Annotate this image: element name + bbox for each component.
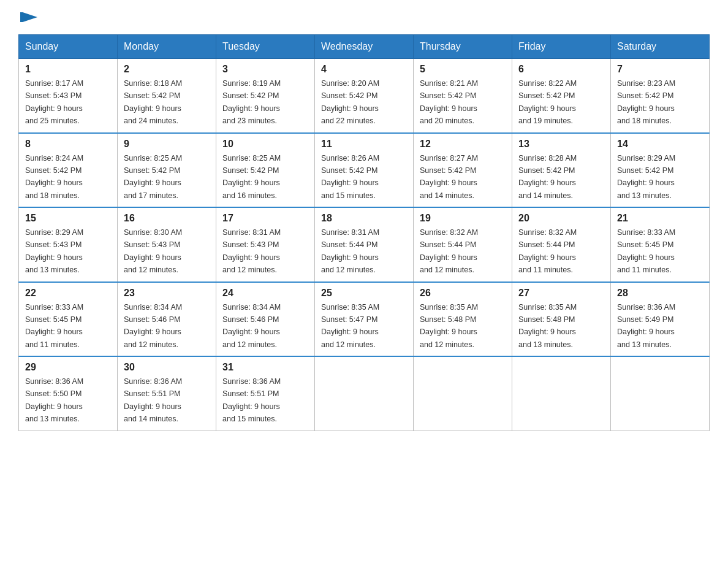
calendar-cell: 2 Sunrise: 8:18 AMSunset: 5:42 PMDayligh… xyxy=(118,59,216,133)
calendar-cell: 10 Sunrise: 8:25 AMSunset: 5:42 PMDaylig… xyxy=(216,133,315,208)
day-info: Sunrise: 8:20 AMSunset: 5:42 PMDaylight:… xyxy=(321,79,379,125)
day-info: Sunrise: 8:35 AMSunset: 5:48 PMDaylight:… xyxy=(420,303,478,349)
day-number: 5 xyxy=(420,64,506,75)
day-number: 3 xyxy=(222,64,308,75)
day-number: 16 xyxy=(124,213,210,224)
calendar-cell: 20 Sunrise: 8:32 AMSunset: 5:44 PMDaylig… xyxy=(512,207,611,282)
calendar-week-row: 29 Sunrise: 8:36 AMSunset: 5:50 PMDaylig… xyxy=(19,356,710,431)
day-number: 29 xyxy=(25,362,111,373)
day-number: 19 xyxy=(420,213,506,224)
day-number: 17 xyxy=(222,213,308,224)
logo xyxy=(18,12,37,23)
calendar-cell: 27 Sunrise: 8:35 AMSunset: 5:48 PMDaylig… xyxy=(512,282,611,357)
calendar-cell: 12 Sunrise: 8:27 AMSunset: 5:42 PMDaylig… xyxy=(414,133,512,208)
calendar-cell: 26 Sunrise: 8:35 AMSunset: 5:48 PMDaylig… xyxy=(414,282,512,357)
calendar-cell: 9 Sunrise: 8:25 AMSunset: 5:42 PMDayligh… xyxy=(118,133,216,208)
day-number: 7 xyxy=(617,64,703,75)
calendar-cell: 28 Sunrise: 8:36 AMSunset: 5:49 PMDaylig… xyxy=(611,282,710,357)
weekday-header-thursday: Thursday xyxy=(414,35,512,59)
day-number: 15 xyxy=(25,213,111,224)
day-info: Sunrise: 8:18 AMSunset: 5:42 PMDaylight:… xyxy=(124,79,182,125)
day-number: 8 xyxy=(25,139,111,150)
day-info: Sunrise: 8:28 AMSunset: 5:42 PMDaylight:… xyxy=(518,154,577,200)
calendar-week-row: 22 Sunrise: 8:33 AMSunset: 5:45 PMDaylig… xyxy=(19,282,710,357)
day-info: Sunrise: 8:33 AMSunset: 5:45 PMDaylight:… xyxy=(617,228,675,274)
calendar-cell: 8 Sunrise: 8:24 AMSunset: 5:42 PMDayligh… xyxy=(19,133,118,208)
day-info: Sunrise: 8:24 AMSunset: 5:42 PMDaylight:… xyxy=(25,154,83,200)
calendar-cell: 13 Sunrise: 8:28 AMSunset: 5:42 PMDaylig… xyxy=(512,133,611,208)
calendar-cell: 25 Sunrise: 8:35 AMSunset: 5:47 PMDaylig… xyxy=(315,282,414,357)
weekday-header-monday: Monday xyxy=(118,35,216,59)
calendar-cell: 3 Sunrise: 8:19 AMSunset: 5:42 PMDayligh… xyxy=(216,59,315,133)
calendar-cell: 4 Sunrise: 8:20 AMSunset: 5:42 PMDayligh… xyxy=(315,59,414,133)
day-info: Sunrise: 8:21 AMSunset: 5:42 PMDaylight:… xyxy=(420,79,478,125)
day-number: 20 xyxy=(518,213,604,224)
calendar-cell xyxy=(414,356,512,431)
weekday-header-friday: Friday xyxy=(512,35,611,59)
calendar-table: SundayMondayTuesdayWednesdayThursdayFrid… xyxy=(18,34,710,431)
day-number: 1 xyxy=(25,64,111,75)
day-number: 25 xyxy=(321,288,407,299)
day-number: 30 xyxy=(124,362,210,373)
day-info: Sunrise: 8:27 AMSunset: 5:42 PMDaylight:… xyxy=(420,154,478,200)
calendar-cell: 5 Sunrise: 8:21 AMSunset: 5:42 PMDayligh… xyxy=(414,59,512,133)
weekday-header-wednesday: Wednesday xyxy=(315,35,414,59)
day-info: Sunrise: 8:17 AMSunset: 5:43 PMDaylight:… xyxy=(25,79,83,125)
calendar-cell: 16 Sunrise: 8:30 AMSunset: 5:43 PMDaylig… xyxy=(118,207,216,282)
day-number: 14 xyxy=(617,139,703,150)
day-info: Sunrise: 8:25 AMSunset: 5:42 PMDaylight:… xyxy=(222,154,281,200)
day-number: 31 xyxy=(222,362,308,373)
calendar-cell: 15 Sunrise: 8:29 AMSunset: 5:43 PMDaylig… xyxy=(19,207,118,282)
day-number: 11 xyxy=(321,139,407,150)
day-info: Sunrise: 8:34 AMSunset: 5:46 PMDaylight:… xyxy=(222,303,281,349)
svg-marker-1 xyxy=(20,12,23,22)
day-info: Sunrise: 8:22 AMSunset: 5:42 PMDaylight:… xyxy=(518,79,577,125)
day-number: 23 xyxy=(124,288,210,299)
day-info: Sunrise: 8:36 AMSunset: 5:51 PMDaylight:… xyxy=(124,377,182,423)
day-number: 12 xyxy=(420,139,506,150)
day-info: Sunrise: 8:33 AMSunset: 5:45 PMDaylight:… xyxy=(25,303,83,349)
day-info: Sunrise: 8:36 AMSunset: 5:49 PMDaylight:… xyxy=(617,303,675,349)
calendar-cell: 19 Sunrise: 8:32 AMSunset: 5:44 PMDaylig… xyxy=(414,207,512,282)
day-info: Sunrise: 8:36 AMSunset: 5:51 PMDaylight:… xyxy=(222,377,281,423)
day-info: Sunrise: 8:19 AMSunset: 5:42 PMDaylight:… xyxy=(222,79,281,125)
calendar-cell: 31 Sunrise: 8:36 AMSunset: 5:51 PMDaylig… xyxy=(216,356,315,431)
day-info: Sunrise: 8:31 AMSunset: 5:44 PMDaylight:… xyxy=(321,228,379,274)
weekday-header-row: SundayMondayTuesdayWednesdayThursdayFrid… xyxy=(19,35,710,59)
day-info: Sunrise: 8:25 AMSunset: 5:42 PMDaylight:… xyxy=(124,154,182,200)
day-info: Sunrise: 8:32 AMSunset: 5:44 PMDaylight:… xyxy=(420,228,478,274)
day-info: Sunrise: 8:23 AMSunset: 5:42 PMDaylight:… xyxy=(617,79,675,125)
day-number: 24 xyxy=(222,288,308,299)
day-info: Sunrise: 8:29 AMSunset: 5:43 PMDaylight:… xyxy=(25,228,83,274)
calendar-cell: 17 Sunrise: 8:31 AMSunset: 5:43 PMDaylig… xyxy=(216,207,315,282)
day-info: Sunrise: 8:34 AMSunset: 5:46 PMDaylight:… xyxy=(124,303,182,349)
day-info: Sunrise: 8:30 AMSunset: 5:43 PMDaylight:… xyxy=(124,228,182,274)
day-info: Sunrise: 8:26 AMSunset: 5:42 PMDaylight:… xyxy=(321,154,379,200)
weekday-header-sunday: Sunday xyxy=(19,35,118,59)
calendar-cell: 23 Sunrise: 8:34 AMSunset: 5:46 PMDaylig… xyxy=(118,282,216,357)
calendar-cell: 21 Sunrise: 8:33 AMSunset: 5:45 PMDaylig… xyxy=(611,207,710,282)
day-number: 26 xyxy=(420,288,506,299)
calendar-cell: 22 Sunrise: 8:33 AMSunset: 5:45 PMDaylig… xyxy=(19,282,118,357)
calendar-week-row: 15 Sunrise: 8:29 AMSunset: 5:43 PMDaylig… xyxy=(19,207,710,282)
calendar-cell: 30 Sunrise: 8:36 AMSunset: 5:51 PMDaylig… xyxy=(118,356,216,431)
day-number: 10 xyxy=(222,139,308,150)
calendar-cell: 14 Sunrise: 8:29 AMSunset: 5:42 PMDaylig… xyxy=(611,133,710,208)
calendar-cell xyxy=(611,356,710,431)
day-info: Sunrise: 8:36 AMSunset: 5:50 PMDaylight:… xyxy=(25,377,83,423)
day-info: Sunrise: 8:29 AMSunset: 5:42 PMDaylight:… xyxy=(617,154,675,200)
calendar-cell xyxy=(315,356,414,431)
day-number: 28 xyxy=(617,288,703,299)
day-number: 6 xyxy=(518,64,604,75)
day-number: 2 xyxy=(124,64,210,75)
day-info: Sunrise: 8:31 AMSunset: 5:43 PMDaylight:… xyxy=(222,228,281,274)
calendar-cell: 18 Sunrise: 8:31 AMSunset: 5:44 PMDaylig… xyxy=(315,207,414,282)
day-number: 21 xyxy=(617,213,703,224)
day-number: 18 xyxy=(321,213,407,224)
calendar-cell: 11 Sunrise: 8:26 AMSunset: 5:42 PMDaylig… xyxy=(315,133,414,208)
calendar-cell: 7 Sunrise: 8:23 AMSunset: 5:42 PMDayligh… xyxy=(611,59,710,133)
calendar-week-row: 8 Sunrise: 8:24 AMSunset: 5:42 PMDayligh… xyxy=(19,133,710,208)
calendar-cell: 24 Sunrise: 8:34 AMSunset: 5:46 PMDaylig… xyxy=(216,282,315,357)
logo-flag-icon xyxy=(20,12,37,26)
day-info: Sunrise: 8:35 AMSunset: 5:47 PMDaylight:… xyxy=(321,303,379,349)
